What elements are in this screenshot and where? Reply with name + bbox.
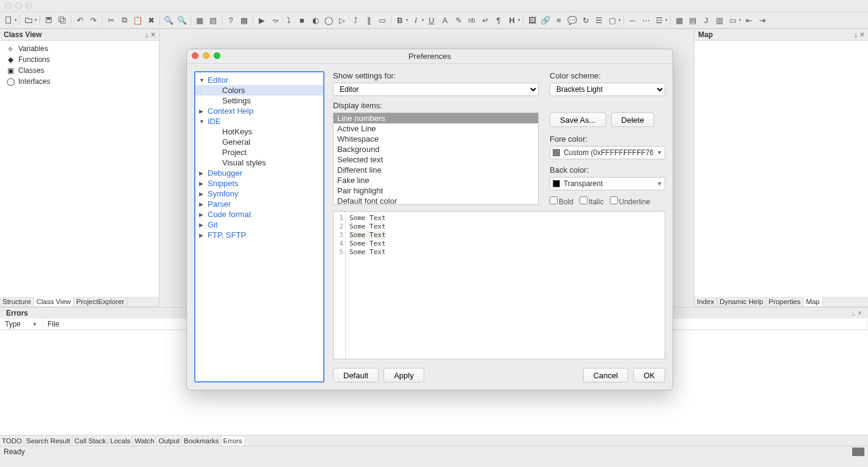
more-icon[interactable]: ⋯ bbox=[640, 14, 652, 26]
outdent-icon[interactable]: ⇥ bbox=[756, 14, 768, 26]
close-icon[interactable] bbox=[860, 30, 864, 39]
restart-button[interactable]: ◐ bbox=[309, 14, 321, 26]
show-settings-select[interactable]: Editor bbox=[333, 83, 539, 96]
pref-tree-ide[interactable]: IDE bbox=[195, 116, 323, 126]
display-item-different-line[interactable]: Different line bbox=[334, 165, 538, 175]
copy-button[interactable]: ⧉ bbox=[118, 14, 130, 26]
table-icon[interactable]: ▦ bbox=[673, 14, 685, 26]
classview-item-classes[interactable]: ▣Classes bbox=[0, 65, 159, 76]
hr-icon[interactable]: ─ bbox=[626, 14, 639, 26]
box-icon[interactable]: ▢ bbox=[606, 14, 618, 26]
list-icon[interactable]: ☲ bbox=[653, 14, 665, 26]
bottom-tab-bookmarks[interactable]: Bookmarks bbox=[182, 437, 222, 445]
right-tab-dynamic-help[interactable]: Dynamic Help bbox=[717, 297, 766, 306]
left-tab-class-view[interactable]: Class View bbox=[34, 297, 74, 306]
save-as-button[interactable]: Save As... bbox=[550, 112, 606, 127]
bottom-tab-todo[interactable]: TODO bbox=[0, 437, 24, 445]
bottom-tab-search-result[interactable]: Search Result bbox=[24, 437, 72, 445]
tree-arrow-icon[interactable] bbox=[199, 77, 208, 83]
display-item-whitespace[interactable]: Whitespace bbox=[334, 134, 538, 144]
apply-button[interactable]: Apply bbox=[383, 368, 424, 382]
cols-icon[interactable]: ▥ bbox=[713, 14, 726, 26]
indent-icon[interactable]: ⇤ bbox=[743, 14, 755, 26]
ok-button[interactable]: OK bbox=[633, 368, 665, 382]
pin-icon[interactable] bbox=[852, 309, 855, 317]
caret-icon[interactable]: ▾ bbox=[35, 18, 37, 22]
italic-button[interactable]: I bbox=[410, 14, 422, 26]
pref-tree-code-format[interactable]: Code format bbox=[195, 209, 323, 220]
find-button[interactable]: 🔍 bbox=[163, 14, 175, 26]
step-out-button[interactable]: ⤴ bbox=[349, 14, 362, 26]
open-folder-button[interactable] bbox=[23, 14, 35, 26]
display-item-fake-line[interactable]: Fake line bbox=[334, 175, 538, 185]
paste-button[interactable]: 📋 bbox=[131, 14, 144, 26]
fore-color-select[interactable]: Custom (0xFFFFFFFFFF76 ▼ bbox=[550, 146, 665, 159]
tree-arrow-icon[interactable] bbox=[199, 212, 208, 218]
back-color-select[interactable]: Transparent ▼ bbox=[550, 177, 665, 190]
undo-button[interactable]: ↶ bbox=[74, 14, 86, 26]
find-replace-button[interactable]: 🔍 bbox=[176, 14, 188, 26]
delete-button[interactable]: ✖ bbox=[145, 14, 157, 26]
step-over-button[interactable]: ⤼ bbox=[269, 14, 281, 26]
comment-icon[interactable]: 💬 bbox=[566, 14, 578, 26]
caret-icon[interactable]: ▾ bbox=[406, 18, 408, 22]
caret-icon[interactable]: ▼ bbox=[32, 322, 37, 327]
close-icon[interactable] bbox=[151, 30, 155, 39]
panel-icon[interactable]: ▭ bbox=[727, 14, 739, 26]
bold-checkbox[interactable]: Bold bbox=[550, 196, 573, 206]
right-tab-index[interactable]: Index bbox=[695, 297, 717, 306]
underline-checkbox[interactable]: Underline bbox=[610, 196, 650, 206]
right-tab-properties[interactable]: Properties bbox=[766, 297, 803, 306]
pref-tree-visual-styles[interactable]: Visual styles bbox=[195, 157, 323, 168]
stop-button[interactable]: ■ bbox=[296, 14, 308, 26]
caret-icon[interactable]: ▾ bbox=[518, 18, 520, 22]
underline-button[interactable]: U bbox=[425, 14, 438, 26]
pref-tree-parser[interactable]: Parser bbox=[195, 199, 323, 209]
justify-icon[interactable]: ☰ bbox=[593, 14, 605, 26]
left-tab-projectexplorer[interactable]: ProjectExplorer bbox=[74, 297, 127, 306]
debug-misc[interactable]: ▭ bbox=[376, 14, 388, 26]
pref-tree-context-help[interactable]: Context Help bbox=[195, 106, 323, 116]
classview-item-variables[interactable]: ⟡Variables bbox=[0, 43, 159, 54]
zoom-icon[interactable] bbox=[26, 2, 32, 9]
pref-tree-project[interactable]: Project bbox=[195, 147, 323, 157]
bottom-tab-locals[interactable]: Locals bbox=[108, 437, 133, 445]
new-file-button[interactable] bbox=[2, 14, 15, 26]
caret-icon[interactable]: ▾ bbox=[618, 18, 621, 22]
image-icon[interactable]: 🖼 bbox=[526, 14, 538, 26]
tree-arrow-icon[interactable] bbox=[199, 191, 208, 197]
display-item-line-numbers[interactable]: Line numbers bbox=[334, 113, 538, 123]
tree-arrow-icon[interactable] bbox=[199, 232, 208, 238]
delete-button[interactable]: Delete bbox=[611, 112, 655, 127]
pin-icon[interactable] bbox=[854, 30, 858, 39]
pin-icon[interactable] bbox=[145, 30, 149, 39]
pref-tree-settings[interactable]: Settings bbox=[195, 95, 323, 106]
breakpoint-button[interactable]: ◯ bbox=[323, 14, 335, 26]
pref-tree-debugger[interactable]: Debugger bbox=[195, 168, 323, 178]
tree-arrow-icon[interactable] bbox=[199, 201, 208, 207]
color-scheme-select[interactable]: Brackets Light bbox=[550, 83, 665, 96]
font-button[interactable]: A bbox=[439, 14, 451, 26]
pref-tree-git[interactable]: Git bbox=[195, 220, 323, 230]
step-into-button[interactable]: ⤵ bbox=[282, 14, 295, 26]
pref-tree-colors[interactable]: Colors bbox=[195, 85, 323, 95]
tool-a[interactable]: ▦ bbox=[194, 14, 206, 26]
caret-icon[interactable]: ▾ bbox=[422, 18, 424, 22]
default-button[interactable]: Default bbox=[333, 368, 379, 382]
pref-tree-snippets[interactable]: Snippets bbox=[195, 178, 323, 189]
left-tab-structure[interactable]: Structure bbox=[0, 297, 34, 306]
display-item-selected-text[interactable]: Selected text bbox=[334, 154, 538, 165]
bottom-tab-errors[interactable]: Errors bbox=[222, 437, 245, 445]
pilcrow-icon[interactable]: ¶ bbox=[492, 14, 505, 26]
pause-button[interactable]: ‖ bbox=[363, 14, 375, 26]
table2-icon[interactable]: ▤ bbox=[687, 14, 699, 26]
pref-tree-ftp-sftp[interactable]: FTP, SFTP bbox=[195, 230, 323, 240]
align-icon[interactable]: ≡ bbox=[553, 14, 565, 26]
classview-item-functions[interactable]: ◆Functions bbox=[0, 54, 159, 65]
run-button[interactable]: ▶ bbox=[256, 14, 268, 26]
grid-icon[interactable]: ▩ bbox=[238, 14, 250, 26]
tree-arrow-icon[interactable] bbox=[199, 181, 208, 187]
col-type[interactable]: Type bbox=[5, 320, 21, 328]
redo-button[interactable]: ↷ bbox=[87, 14, 99, 26]
display-item-active-line[interactable]: Active Line bbox=[334, 123, 538, 134]
